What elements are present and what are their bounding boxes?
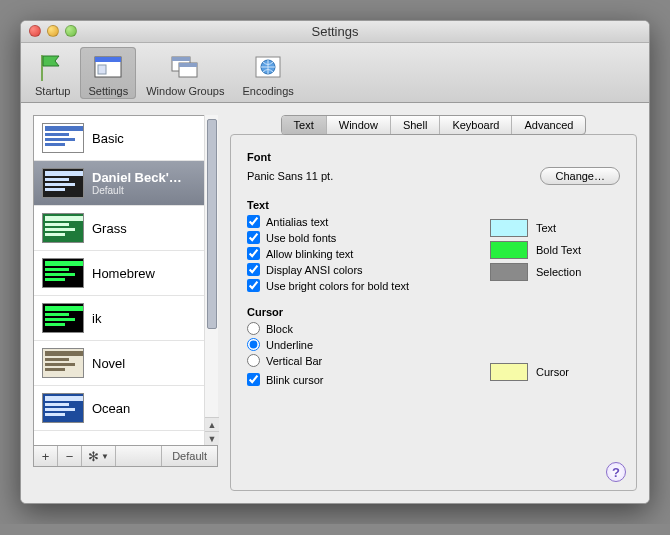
- toolbar-item-label: Window Groups: [146, 85, 224, 97]
- selection-color-swatch[interactable]: [490, 263, 528, 281]
- bold-text-color-swatch[interactable]: [490, 241, 528, 259]
- use-bold-fonts-checkbox[interactable]: [247, 231, 260, 244]
- profile-thumbnail: [42, 213, 84, 243]
- tab-keyboard[interactable]: Keyboard: [440, 116, 512, 134]
- sidebar: BasicDaniel Beck'…DefaultGrassHomebrewik…: [33, 115, 218, 491]
- svg-rect-20: [45, 228, 75, 231]
- profile-thumbnail: [42, 123, 84, 153]
- profile-subtitle: Default: [92, 185, 182, 196]
- checkbox-label: Display ANSI colors: [266, 264, 363, 276]
- svg-rect-14: [45, 171, 83, 176]
- profile-thumbnail: [42, 303, 84, 333]
- scrollbar-thumb[interactable]: [207, 119, 217, 329]
- profile-row[interactable]: Homebrew: [34, 251, 204, 296]
- toolbar-settings[interactable]: Settings: [80, 47, 136, 99]
- svg-rect-24: [45, 273, 75, 276]
- profile-list-footer: + − ✻▼ Default: [33, 445, 218, 467]
- display-ansi-colors-checkbox[interactable]: [247, 263, 260, 276]
- radio-label: Block: [266, 323, 293, 335]
- tab-bar: TextWindowShellKeyboardAdvanced: [230, 115, 637, 135]
- svg-rect-10: [45, 126, 83, 131]
- settings-panel: TextWindowShellKeyboardAdvanced Font Pan…: [230, 115, 637, 491]
- use-bright-colors-for-bold-text-checkbox[interactable]: [247, 279, 260, 292]
- profile-thumbnail: [42, 168, 84, 198]
- tab-shell[interactable]: Shell: [391, 116, 440, 134]
- profile-name: Basic: [92, 131, 124, 146]
- profile-thumbnail: [42, 258, 84, 288]
- svg-rect-22: [45, 261, 83, 266]
- help-button[interactable]: ?: [606, 462, 626, 482]
- flag-icon: [37, 51, 69, 83]
- tab-window[interactable]: Window: [327, 116, 391, 134]
- blink-cursor-checkbox[interactable]: [247, 373, 260, 386]
- swatch-label: Bold Text: [536, 244, 581, 256]
- font-heading: Font: [247, 151, 620, 163]
- cursor-vertical-bar-radio[interactable]: [247, 354, 260, 367]
- scrollbar[interactable]: ▲ ▼: [204, 115, 218, 445]
- cursor-underline-radio[interactable]: [247, 338, 260, 351]
- cursor-heading: Cursor: [247, 306, 470, 318]
- titlebar: Settings: [21, 21, 649, 43]
- tab-advanced[interactable]: Advanced: [512, 116, 585, 134]
- allow-blinking-text-checkbox[interactable]: [247, 247, 260, 260]
- checkbox-label: Use bold fonts: [266, 232, 336, 244]
- set-default-button[interactable]: Default: [162, 446, 217, 466]
- checkbox-label: Use bright colors for bold text: [266, 280, 409, 292]
- svg-rect-34: [45, 396, 83, 401]
- globe-icon: [252, 51, 284, 83]
- traffic-lights: [29, 25, 77, 37]
- svg-rect-2: [95, 57, 121, 62]
- svg-rect-35: [45, 403, 69, 406]
- profile-actions-menu[interactable]: ✻▼: [82, 446, 116, 466]
- footer-spacer: [116, 446, 162, 466]
- cursor-color-swatch[interactable]: [490, 363, 528, 381]
- profile-row[interactable]: ik: [34, 296, 204, 341]
- svg-rect-18: [45, 216, 83, 221]
- profile-name: Grass: [92, 221, 127, 236]
- svg-rect-5: [172, 57, 190, 61]
- blink-cursor-label: Blink cursor: [266, 374, 323, 386]
- cursor-block-radio[interactable]: [247, 322, 260, 335]
- close-icon[interactable]: [29, 25, 41, 37]
- profile-row[interactable]: Novel: [34, 341, 204, 386]
- add-profile-button[interactable]: +: [34, 446, 58, 466]
- svg-rect-28: [45, 318, 75, 321]
- toolbar: Startup Settings Window Groups Encodings: [21, 43, 649, 103]
- profile-name: Daniel Beck'…: [92, 170, 182, 185]
- settings-window: Settings Startup Settings Window Groups …: [20, 20, 650, 504]
- profile-row[interactable]: Basic: [34, 116, 204, 161]
- svg-rect-15: [45, 178, 69, 181]
- toolbar-window-groups[interactable]: Window Groups: [138, 47, 232, 99]
- svg-rect-30: [45, 351, 83, 356]
- tab-text[interactable]: Text: [282, 116, 327, 134]
- svg-rect-23: [45, 268, 69, 271]
- profile-row[interactable]: Daniel Beck'…Default: [34, 161, 204, 206]
- svg-rect-17: [45, 188, 65, 191]
- profile-row[interactable]: Ocean: [34, 386, 204, 431]
- scroll-up-icon[interactable]: ▲: [205, 417, 219, 431]
- text-color-swatch[interactable]: [490, 219, 528, 237]
- toolbar-startup[interactable]: Startup: [27, 47, 78, 99]
- text-pane: Font Panic Sans 11 pt. Change… Text Anti…: [230, 134, 637, 491]
- cursor-swatch-label: Cursor: [536, 366, 569, 378]
- profile-row[interactable]: Grass: [34, 206, 204, 251]
- toolbar-item-label: Startup: [35, 85, 70, 97]
- change-font-button[interactable]: Change…: [540, 167, 620, 185]
- swatch-label: Selection: [536, 266, 581, 278]
- svg-rect-31: [45, 358, 69, 361]
- profile-name: ik: [92, 311, 101, 326]
- profile-list[interactable]: BasicDaniel Beck'…DefaultGrassHomebrewik…: [33, 115, 204, 445]
- scroll-down-icon[interactable]: ▼: [205, 431, 219, 445]
- svg-rect-12: [45, 138, 75, 141]
- svg-rect-19: [45, 223, 69, 226]
- antialias-text-checkbox[interactable]: [247, 215, 260, 228]
- toolbar-encodings[interactable]: Encodings: [234, 47, 301, 99]
- gear-icon: ✻: [88, 449, 99, 464]
- checkbox-label: Antialias text: [266, 216, 328, 228]
- svg-rect-27: [45, 313, 69, 316]
- minimize-icon[interactable]: [47, 25, 59, 37]
- svg-rect-3: [98, 65, 106, 74]
- remove-profile-button[interactable]: −: [58, 446, 82, 466]
- svg-rect-13: [45, 143, 65, 146]
- zoom-icon[interactable]: [65, 25, 77, 37]
